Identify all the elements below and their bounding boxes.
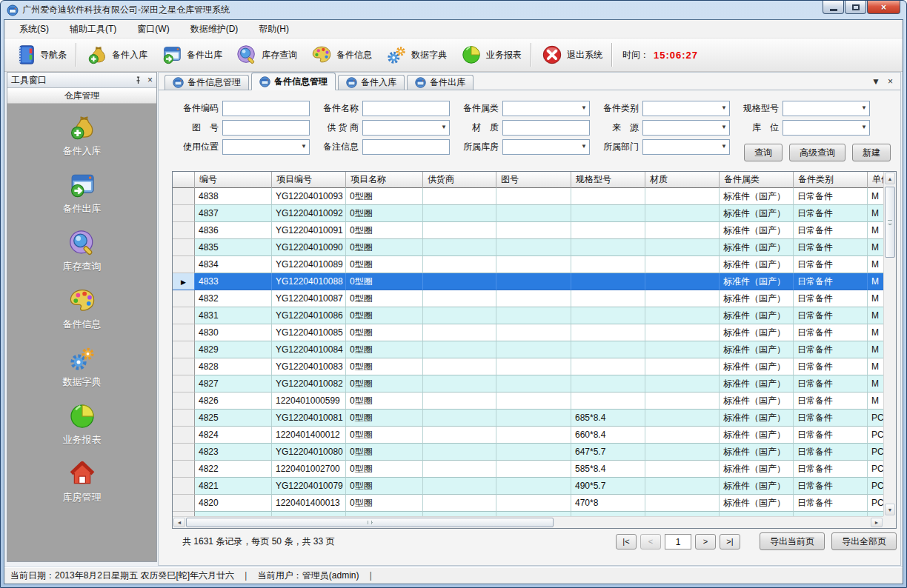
filter-input-drawing-no[interactable] <box>222 120 310 136</box>
horizontal-scroll-thumb[interactable] <box>186 518 554 527</box>
table-row[interactable]: 4821YG122040100790型圈490*5.7标准件（国产）日常备件PC <box>173 478 897 495</box>
filter-input-remark[interactable] <box>362 139 450 155</box>
filter-select-spec-model[interactable]: ▼ <box>783 101 870 116</box>
column-header-part-type[interactable]: 备件类别 <box>794 172 868 188</box>
pin-icon[interactable] <box>133 76 143 85</box>
table-row[interactable]: 4831YG122040100860型圈标准件（国产）日常备件M <box>173 307 897 324</box>
column-header-spec[interactable]: 规格型号 <box>571 172 645 188</box>
menu-help[interactable]: 帮助(H) <box>248 21 299 38</box>
close-button[interactable]: × <box>867 1 900 14</box>
column-header-supplier[interactable]: 供货商 <box>423 172 496 188</box>
table-row[interactable]: 482412204014000120型圈660*8.4标准件（国产）日常备件PC <box>173 427 897 444</box>
table-cell: 4823 <box>195 444 272 461</box>
export-current-page-button[interactable]: 导出当前页 <box>760 532 825 550</box>
table-row[interactable]: 4835YG122040100900型圈标准件（国产）日常备件M <box>173 239 897 256</box>
tab-parts-inbound[interactable]: 备件入库 <box>338 75 405 90</box>
column-header-material[interactable]: 材质 <box>645 172 720 188</box>
filter-input-part-code[interactable] <box>222 101 310 116</box>
filter-select-warehouse[interactable]: ▼ <box>502 139 590 155</box>
table-row[interactable]: 4823YG122040100800型圈647*5.7标准件（国产）日常备件PC <box>173 444 897 461</box>
table-row[interactable]: 4837YG122040100920型圈标准件（国产）日常备件M <box>173 205 897 222</box>
toolbar-separator <box>76 43 77 67</box>
tab-parts-outbound[interactable]: 备件出库 <box>407 75 474 90</box>
filter-select-supplier[interactable]: ▼ <box>362 120 450 136</box>
tab-list-chevron-down-icon[interactable]: ▼ <box>871 76 880 87</box>
scroll-left-icon[interactable]: ◄ <box>173 518 185 527</box>
column-header-drawing-no[interactable]: 图号 <box>496 172 571 188</box>
toolbar-parts-inbound[interactable]: 备件入库 <box>79 41 154 69</box>
table-cell <box>571 290 645 307</box>
menu-data-maintenance[interactable]: 数据维护(D) <box>180 21 249 38</box>
scroll-down-icon[interactable]: ▼ <box>885 504 895 515</box>
tab-parts-info-mgmt-1[interactable]: 备件信息管理 <box>165 75 249 90</box>
first-page-button[interactable]: |< <box>616 534 637 549</box>
filter-select-use-position[interactable]: ▼ <box>222 139 310 155</box>
sidebar-stock-query[interactable]: 库存查询 <box>7 228 156 273</box>
filter-input-material[interactable] <box>502 120 590 136</box>
filter-select-part-type[interactable]: ▼ <box>642 101 730 116</box>
scroll-up-icon[interactable]: ▲ <box>885 173 895 184</box>
export-all-pages-button[interactable]: 导出全部页 <box>831 532 897 550</box>
table-row[interactable]: 482212204010027000型圈585*8.4标准件（国产）日常备件PC <box>173 461 897 478</box>
table-row[interactable]: ▶4833YG122040100880型圈标准件（国产）日常备件M <box>173 273 897 290</box>
sidebar-parts-outbound[interactable]: 备件出库 <box>7 170 156 216</box>
search-button[interactable]: 查询 <box>744 144 783 161</box>
vertical-scrollbar[interactable]: ▲ ▼ <box>883 172 896 516</box>
toolbar-business-report[interactable]: 业务报表 <box>454 41 528 69</box>
filter-input-part-name[interactable] <box>362 101 450 116</box>
table-row[interactable]: 482012204014000130型圈470*8标准件（国产）日常备件PC <box>173 495 897 512</box>
table-row[interactable]: 4838YG122040100930型圈标准件（国产）日常备件M <box>173 188 897 205</box>
sidebar-warehouse-mgmt[interactable]: 库房管理 <box>7 459 156 504</box>
page-number-input[interactable]: 1 <box>665 534 691 549</box>
menu-window[interactable]: 窗口(W) <box>127 21 179 38</box>
table-row[interactable]: 4825YG122040100810型圈685*8.4标准件（国产）日常备件PC <box>173 410 897 427</box>
last-page-button[interactable]: >| <box>720 534 740 549</box>
minimize-button[interactable] <box>823 1 844 14</box>
prev-page-button[interactable]: < <box>640 534 661 549</box>
table-row[interactable]: 4829YG122040100840型圈标准件（国产）日常备件M <box>173 341 897 358</box>
table-row[interactable]: 4834YG122040100890型圈标准件（国产）日常备件M <box>173 256 897 273</box>
new-button[interactable]: 新建 <box>852 144 891 161</box>
column-header-id[interactable]: 编号 <box>195 172 272 188</box>
table-row[interactable]: 482612204010005990型圈标准件（国产）日常备件M <box>173 392 897 410</box>
toolbar-nav-bar[interactable]: 导航条 <box>7 41 73 69</box>
advanced-search-button[interactable]: 高级查询 <box>789 144 845 161</box>
toolbar-parts-outbound[interactable]: 备件出库 <box>154 41 229 69</box>
table-row[interactable]: 4836YG122040100910型圈标准件（国产）日常备件M <box>173 222 897 239</box>
sidebar-business-report[interactable]: 业务报表 <box>7 401 156 447</box>
sidebar-data-dictionary[interactable]: 数据字典 <box>7 344 156 389</box>
menu-system[interactable]: 系统(S) <box>9 21 59 38</box>
table-cell: 0型圈 <box>346 358 423 375</box>
app-window: 广州爱奇迪软件科技有限公司-深田之星仓库管理系统 × 系统(S)辅助工具(T)窗… <box>0 0 907 588</box>
table-row[interactable]: 4830YG122040100850型圈标准件（国产）日常备件M <box>173 324 897 341</box>
sidebar-parts-inbound[interactable]: 备件入库 <box>7 113 156 158</box>
filter-select-part-category[interactable]: ▼ <box>502 101 590 116</box>
column-header-part-category[interactable]: 备件属类 <box>720 172 794 188</box>
tab-close-icon[interactable]: × <box>888 76 893 87</box>
table-cell: 日常备件 <box>794 358 868 375</box>
filter-select-location[interactable]: ▼ <box>783 120 870 136</box>
table-row[interactable]: 4828YG122040100830型圈标准件（国产）日常备件M <box>173 358 897 375</box>
toolbar-exit-system[interactable]: 退出系统 <box>534 41 609 69</box>
column-header-project-name[interactable]: 项目名称 <box>346 172 423 188</box>
table-cell: 0型圈 <box>346 392 423 410</box>
tab-parts-info-mgmt-2[interactable]: 备件信息管理 <box>251 73 336 90</box>
toolbar-stock-query[interactable]: 库存查询 <box>229 41 304 69</box>
table-row[interactable]: 4827YG122040100820型圈标准件（国产）日常备件M <box>173 375 897 392</box>
table-row[interactable]: 4832YG122040100870型圈标准件（国产）日常备件M <box>173 290 897 307</box>
exit-system-icon <box>541 44 563 66</box>
horizontal-scrollbar[interactable]: ◄ ► <box>173 516 883 528</box>
toolbar-data-dictionary[interactable]: 数据字典 <box>379 41 454 69</box>
next-page-button[interactable]: > <box>695 534 716 549</box>
filter-select-department[interactable]: ▼ <box>642 139 730 155</box>
filter-select-source[interactable]: ▼ <box>642 120 730 136</box>
panel-close-icon[interactable]: × <box>147 76 153 84</box>
sidebar-parts-info[interactable]: 备件信息 <box>7 286 156 331</box>
table-cell <box>496 341 571 358</box>
column-header-project-no[interactable]: 项目编号 <box>272 172 346 188</box>
menu-aux-tools[interactable]: 辅助工具(T) <box>59 21 127 38</box>
vertical-scroll-thumb[interactable] <box>885 187 895 258</box>
toolbar-parts-info[interactable]: 备件信息 <box>304 41 379 69</box>
maximize-button[interactable] <box>845 1 866 14</box>
scroll-right-icon[interactable]: ► <box>871 518 883 527</box>
